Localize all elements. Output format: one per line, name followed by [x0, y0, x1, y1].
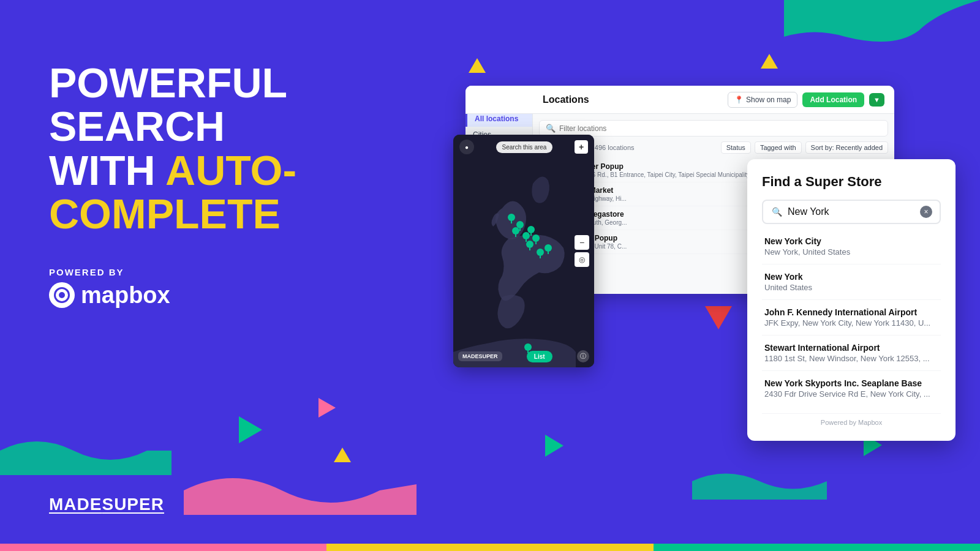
map-controls: − ◎ [575, 235, 589, 267]
madesuper-text: MADESUPER [49, 495, 164, 514]
result-item-0[interactable]: New York City New York, United States [762, 229, 941, 264]
wavy-bottom-right-decoration [692, 463, 827, 502]
wavy-bottom-center-decoration [184, 466, 417, 517]
map-top-bar: ● Search this area + [453, 135, 594, 159]
admin-search-icon: 🔍 [546, 124, 556, 133]
admin-panel-title: Locations [543, 94, 589, 105]
madesuper-made: MADE [49, 495, 102, 514]
search-panel-title: Find a Super Store [762, 174, 941, 190]
map-pin-8 [536, 248, 545, 261]
admin-search-bar: 🔍 [539, 120, 888, 137]
svg-point-8 [545, 244, 552, 252]
mapbox-text: mapbox [81, 282, 170, 309]
search-input[interactable] [788, 206, 915, 217]
result-primary-1: New York [764, 272, 938, 282]
add-location-dropdown-icon[interactable]: ▼ [869, 93, 884, 107]
madesuper-logo: MADESUPER [49, 495, 164, 514]
green-bar [654, 544, 980, 551]
result-item-2[interactable]: John F. Kennedy International Airport JF… [762, 300, 941, 335]
result-secondary-0: New York, United States [764, 247, 938, 257]
map-info-icon[interactable]: ⓘ [577, 350, 589, 362]
show-map-label: Show on map [746, 96, 791, 104]
triangle-green-1 [239, 416, 262, 443]
sort-filter-button[interactable]: Sort by: Recently added [805, 141, 888, 154]
powered-by-mapbox: Powered by Mapbox [762, 413, 941, 426]
map-pin-3 [511, 227, 520, 240]
svg-point-6 [526, 241, 533, 248]
admin-topbar: Locations 📍 Show on map Add Location ▼ [466, 86, 894, 114]
result-primary-2: John F. Kennedy International Airport [764, 307, 938, 317]
mapbox-icon [49, 282, 75, 308]
search-icon: 🔍 [771, 206, 783, 218]
map-panel: ● Search this area + − ◎ [453, 135, 594, 367]
bottom-color-bars [0, 544, 980, 551]
show-on-map-button[interactable]: 📍 Show on map [728, 92, 797, 108]
map-pin-9 [544, 244, 552, 257]
svg-point-7 [537, 249, 544, 256]
mapbox-logo: mapbox [49, 282, 404, 309]
madesuper-super: SUPER [102, 495, 164, 514]
pink-bar [0, 544, 326, 551]
add-location-button[interactable]: Add Location [802, 92, 864, 107]
location-pin-icon: 📍 [734, 96, 744, 104]
map-logo-badge: MADESUPER [458, 351, 502, 361]
map-background: ● Search this area + − ◎ [453, 135, 594, 367]
map-zoom-in-button[interactable]: + [575, 140, 588, 154]
search-input-wrapper: 🔍 × [762, 200, 941, 224]
result-item-4[interactable]: New York Skyports Inc. Seaplane Base 243… [762, 371, 941, 406]
powered-by-section: POWERED BY mapbox [49, 267, 404, 309]
search-autocomplete-panel: Find a Super Store 🔍 × New York City New… [747, 159, 956, 441]
wavy-bottom-left-decoration [0, 426, 172, 478]
tagged-filter-button[interactable]: Tagged with [755, 141, 802, 154]
headline-line2: WITH AUTO-COMPLETE [49, 149, 404, 236]
headline-line2-prefix: WITH [49, 147, 165, 193]
result-secondary-1: United States [764, 283, 938, 292]
result-secondary-2: JFK Expy, New York City, New York 11430,… [764, 318, 938, 328]
ui-area: Locations ⚙ All locations Cities Regions… [453, 86, 956, 404]
yellow-bar [326, 544, 653, 551]
map-bottom-bar: MADESUPER List ⓘ [458, 350, 589, 362]
result-primary-3: Stewart International Airport [764, 343, 938, 353]
svg-point-4 [527, 226, 535, 233]
triangle-yellow-3 [334, 448, 351, 462]
admin-buttons: 📍 Show on map Add Location ▼ [728, 92, 884, 108]
map-zoom-minus-button[interactable]: − [575, 235, 589, 250]
result-item-1[interactable]: New York United States [762, 264, 941, 300]
powered-label: POWERED BY [49, 267, 404, 277]
search-result-list: New York City New York, United States Ne… [762, 229, 941, 406]
svg-point-2 [512, 227, 519, 234]
map-circle-button[interactable]: ● [459, 140, 474, 154]
status-filter-button[interactable]: Status [721, 141, 751, 154]
svg-point-0 [508, 214, 515, 221]
admin-search-input[interactable] [559, 124, 881, 133]
result-item-3[interactable]: Stewart International Airport 1180 1st S… [762, 335, 941, 371]
search-clear-button[interactable]: × [920, 206, 932, 218]
wavy-top-right-decoration [784, 0, 980, 64]
triangle-pink-1 [318, 398, 336, 418]
map-pin-1 [507, 213, 516, 227]
triangle-yellow-2 [761, 54, 778, 69]
map-list-button[interactable]: List [527, 351, 552, 362]
headline: POWERFUL SEARCH WITH AUTO-COMPLETE [49, 61, 404, 236]
map-locate-button[interactable]: ◎ [575, 252, 589, 267]
result-secondary-3: 1180 1st St, New Windsor, New York 12553… [764, 354, 938, 363]
triangle-yellow-1 [469, 58, 486, 73]
left-content: POWERFUL SEARCH WITH AUTO-COMPLETE POWER… [49, 61, 404, 309]
result-primary-4: New York Skyports Inc. Seaplane Base [764, 378, 938, 388]
result-secondary-4: 2430 Fdr Drive Service Rd E, New York Ci… [764, 389, 938, 399]
map-search-area-button[interactable]: Search this area [496, 141, 553, 153]
mapbox-icon-inner [54, 287, 70, 303]
headline-line1: POWERFUL SEARCH [49, 61, 404, 149]
map-pin-7 [526, 240, 534, 253]
result-primary-0: New York City [764, 236, 938, 246]
map-svg [453, 135, 594, 367]
filter-right: Status Tagged with Sort by: Recently add… [721, 141, 888, 154]
triangle-green-2 [545, 435, 564, 457]
